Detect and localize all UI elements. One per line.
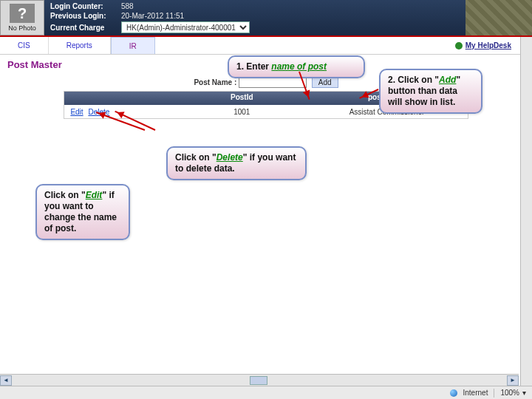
callout-edit: Click on "Edit" if you want to change th… — [35, 184, 130, 240]
user-photo-placeholder: ? No Photo — [0, 0, 44, 35]
zoom-control[interactable]: 100% ▾ — [500, 389, 526, 397]
scroll-right-button[interactable]: ► — [507, 375, 519, 386]
help-desk-label: My HelpDesk — [466, 41, 511, 50]
help-desk-link[interactable]: My HelpDesk — [455, 41, 511, 50]
current-charge-select[interactable]: HK(Admin)-Administrator-400001 — [121, 21, 250, 33]
nav-tabs: CIS Reports IR My HelpDesk — [0, 37, 532, 55]
login-counter-value: 588 — [121, 2, 134, 10]
internet-label: Internet — [463, 389, 488, 397]
tab-cis[interactable]: CIS — [0, 37, 49, 54]
post-name-label: Post Name : — [194, 78, 236, 86]
tab-ir[interactable]: IR — [111, 37, 155, 54]
status-bar: Internet 100% ▾ — [0, 386, 532, 399]
previous-login-label: Previous Login: — [50, 12, 117, 20]
internet-icon — [450, 389, 457, 397]
no-photo-label: No Photo — [8, 24, 36, 32]
callout-delete: Click on "Delete" if you want to delete … — [166, 146, 307, 180]
scroll-left-button[interactable]: ◄ — [0, 375, 12, 386]
edit-link[interactable]: Edit — [70, 108, 83, 116]
user-info: Login Counter: 588 Previous Login: 20-Ma… — [44, 0, 466, 35]
scroll-track[interactable] — [12, 376, 507, 385]
cell-postid: 1001 — [177, 108, 306, 116]
col-actions — [64, 92, 177, 105]
banner-image — [466, 0, 532, 35]
current-charge-label: Current Charge — [50, 24, 117, 32]
callout-enter-name: 1. Enter name of post — [228, 55, 365, 78]
login-counter-label: Login Counter: — [50, 2, 117, 10]
zoom-value: 100% — [500, 389, 519, 397]
scroll-thumb[interactable] — [250, 376, 267, 385]
horizontal-scrollbar[interactable]: ◄ ► — [0, 374, 519, 386]
col-postid: PostId — [177, 92, 306, 105]
tab-reports[interactable]: Reports — [49, 37, 111, 54]
question-icon: ? — [10, 4, 35, 23]
help-icon — [455, 42, 463, 50]
callout-click-add: 2. Click on "Add" button than data will … — [379, 69, 482, 114]
previous-login-value: 20-Mar-2012 11:51 — [121, 12, 184, 20]
top-banner: ? No Photo Login Counter: 588 Previous L… — [0, 0, 532, 35]
vertical-scrollbar[interactable] — [520, 37, 532, 386]
